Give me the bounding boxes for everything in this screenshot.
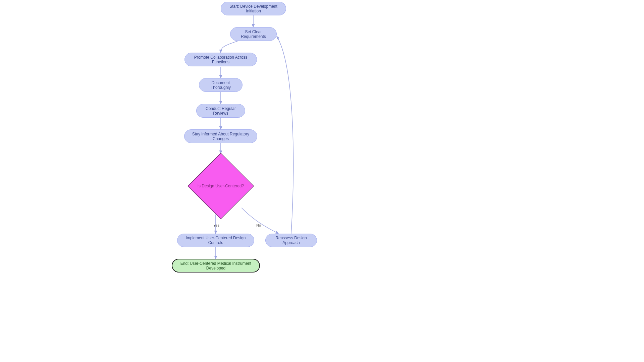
- node-start: Start: Device Development Initiation: [221, 2, 286, 15]
- node-doc-label: Document Thoroughly: [203, 80, 238, 90]
- node-implement: Implement User-Centered Design Controls: [177, 234, 254, 247]
- node-start-label: Start: Device Development Initiation: [225, 4, 282, 13]
- node-reg-label: Stay Informed About Regulatory Changes: [189, 132, 253, 141]
- node-collaboration: Promote Collaboration Across Functions: [184, 53, 257, 66]
- flowchart-container: Start: Device Development Initiation Set…: [0, 0, 644, 362]
- edges-layer: [0, 0, 644, 362]
- edge-label-yes: Yes: [213, 223, 219, 227]
- node-end: End: User-Centered Medical Instrument De…: [172, 259, 260, 273]
- node-dec-label: Is Design User-Centered?: [187, 184, 254, 188]
- node-reassess: Reassess Design Approach: [265, 234, 317, 247]
- node-review: Conduct Regular Reviews: [196, 104, 245, 118]
- node-collab-label: Promote Collaboration Across Functions: [189, 55, 253, 64]
- node-regulatory: Stay Informed About Regulatory Changes: [184, 129, 257, 143]
- edge-label-no: No: [256, 223, 261, 227]
- node-reassess-label: Reassess Design Approach: [270, 236, 313, 245]
- node-review-label: Conduct Regular Reviews: [201, 106, 241, 116]
- node-set-requirements: Set Clear Requirements: [230, 27, 277, 41]
- node-impl-label: Implement User-Centered Design Controls: [181, 236, 250, 245]
- node-req-label: Set Clear Requirements: [234, 29, 272, 39]
- node-document: Document Thoroughly: [199, 78, 243, 92]
- node-end-label: End: User-Centered Medical Instrument De…: [176, 261, 255, 270]
